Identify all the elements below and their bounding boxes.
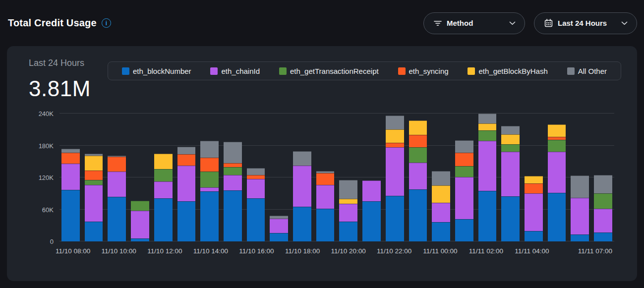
bar-segment-eth_getBlockByHash: [339, 199, 357, 204]
legend-swatch: [468, 67, 475, 75]
bar-11-10-19-00[interactable]: [316, 171, 335, 241]
filter-icon: [434, 20, 442, 27]
x-tick-label: 11/10 20:00: [331, 247, 365, 255]
bar-11-11-00-00[interactable]: [432, 171, 450, 241]
bar-11-11-01-00[interactable]: [455, 140, 473, 241]
bar-segment-eth_chainId: [61, 164, 80, 190]
bar-segment-eth_blockNumber: [177, 201, 196, 241]
bar-segment-eth_syncing: [386, 143, 404, 147]
x-tick-label: 11/10 10:00: [102, 247, 136, 255]
y-tick-label: 180K: [29, 142, 54, 149]
credit-usage-card: Last 24 Hours 3.81M eth_blockNumbereth_c…: [7, 46, 637, 281]
bar-11-10-16-00[interactable]: [247, 168, 265, 241]
method-filter-label: Method: [447, 19, 473, 27]
legend-swatch: [210, 67, 218, 75]
info-icon[interactable]: i: [102, 18, 111, 28]
bar-segment-All Other: [594, 175, 612, 194]
date-range-dropdown[interactable]: Last 24 Hours: [534, 12, 637, 34]
bar-segment-eth_chainId: [131, 211, 149, 238]
bar-segment-All Other: [200, 141, 219, 158]
bar-segment-All Other: [571, 175, 589, 198]
bar-11-11-06-00[interactable]: [571, 175, 589, 241]
x-tick-label: 11/10 12:00: [147, 247, 182, 255]
x-tick-label: 11/10 16:00: [239, 247, 274, 255]
bar-11-11-02-00[interactable]: [478, 114, 497, 241]
bar-segment-eth_syncing: [85, 171, 103, 180]
bar-segment-eth_chainId: [224, 175, 242, 190]
calendar-icon: [544, 19, 553, 27]
bar-segment-eth_syncing: [455, 153, 473, 167]
bar-11-11-04-00[interactable]: [525, 176, 543, 241]
x-tick-label: 11/10 08:00: [56, 247, 90, 255]
legend-item-All Other[interactable]: All Other: [567, 67, 607, 75]
bar-11-10-21-00[interactable]: [362, 180, 381, 241]
bar-segment-eth_blockNumber: [85, 222, 103, 241]
bar-segment-eth_chainId: [339, 204, 357, 222]
bar-segment-eth_chainId: [478, 141, 497, 191]
bar-11-10-18-00[interactable]: [293, 151, 311, 241]
bar-11-10-09-00[interactable]: [85, 154, 103, 241]
bar-segment-eth_syncing: [224, 163, 242, 167]
chart-legend: eth_blockNumbereth_chainIdeth_getTransac…: [108, 61, 621, 80]
bar-11-10-17-00[interactable]: [270, 216, 288, 241]
bar-11-10-20-00[interactable]: [339, 180, 357, 241]
bar-segment-eth_chainId: [362, 180, 381, 201]
bar-11-10-23-00[interactable]: [409, 120, 427, 241]
x-tick-label: 11/11 04:00: [515, 247, 549, 255]
bar-11-10-22-00[interactable]: [386, 115, 404, 241]
bar-segment-eth_chainId: [200, 187, 219, 191]
bar-segment-eth_getTransactionReceipt: [154, 169, 173, 181]
x-tick-label: 11/11 07:00: [578, 247, 612, 255]
bar-segment-All Other: [293, 151, 311, 166]
legend-item-eth_getTransactionReceipt[interactable]: eth_getTransactionReceipt: [279, 67, 379, 75]
x-tick-label: 11/10 22:00: [377, 247, 411, 255]
bar-segment-eth_syncing: [61, 153, 80, 164]
bar-segment-eth_chainId: [594, 209, 612, 232]
bar-11-11-03-00[interactable]: [501, 126, 520, 241]
legend-label: eth_syncing: [409, 67, 449, 75]
legend-label: All Other: [578, 67, 607, 75]
legend-swatch: [122, 67, 129, 75]
y-tick-label: 240K: [29, 110, 54, 117]
stat-total-value: 3.81M: [29, 76, 108, 101]
bar-11-10-10-00[interactable]: [108, 156, 126, 241]
usage-chart: 060K120K180K240K 11/10 08:0011/10 10:001…: [29, 112, 621, 266]
method-filter-dropdown[interactable]: Method: [423, 12, 525, 34]
bar-segment-eth_chainId: [525, 193, 543, 230]
bar-11-10-12-00[interactable]: [154, 154, 173, 241]
bar-11-10-11-00[interactable]: [131, 201, 149, 241]
bar-segment-eth_getTransactionReceipt: [548, 140, 566, 152]
bar-11-10-14-00[interactable]: [200, 141, 219, 241]
bar-segment-eth_getTransactionReceipt: [409, 147, 427, 163]
bar-segment-eth_chainId: [247, 179, 265, 198]
bar-segment-eth_syncing: [247, 175, 265, 179]
bar-segment-All Other: [432, 171, 450, 185]
bar-11-11-05-00[interactable]: [548, 124, 566, 241]
bar-11-10-15-00[interactable]: [224, 142, 242, 241]
legend-item-eth_chainId[interactable]: eth_chainId: [210, 67, 260, 75]
stat-period-label: Last 24 Hours: [29, 58, 108, 68]
bar-segment-eth_blockNumber: [131, 238, 149, 241]
legend-item-eth_blockNumber[interactable]: eth_blockNumber: [122, 67, 191, 75]
legend-swatch: [398, 67, 406, 75]
bar-11-10-13-00[interactable]: [177, 147, 196, 241]
bar-segment-eth_chainId: [85, 185, 103, 222]
bar-segment-eth_chainId: [108, 172, 126, 197]
legend-item-eth_getBlockByHash[interactable]: eth_getBlockByHash: [468, 67, 547, 75]
bar-segment-eth_chainId: [270, 219, 288, 233]
bar-11-11-07-00[interactable]: [594, 175, 612, 241]
bar-segment-eth_syncing: [200, 158, 219, 172]
bar-11-10-08-00[interactable]: [61, 149, 80, 241]
bar-segment-eth_blockNumber: [525, 231, 543, 242]
bar-segment-eth_chainId: [386, 147, 404, 196]
legend-item-eth_syncing[interactable]: eth_syncing: [398, 67, 449, 75]
x-tick-label: 11/11 00:00: [423, 247, 457, 255]
stat-block: Last 24 Hours 3.81M: [29, 57, 108, 101]
chart-plot-area: [59, 114, 614, 241]
bar-segment-All Other: [247, 168, 265, 175]
header-actions: Method Last 24 Hours: [423, 12, 637, 34]
x-tick-label: 11/10 18:00: [285, 247, 320, 255]
legend-label: eth_chainId: [221, 67, 260, 75]
bar-segment-eth_getTransactionReceipt: [594, 193, 612, 209]
bar-segment-eth_blockNumber: [409, 189, 427, 241]
